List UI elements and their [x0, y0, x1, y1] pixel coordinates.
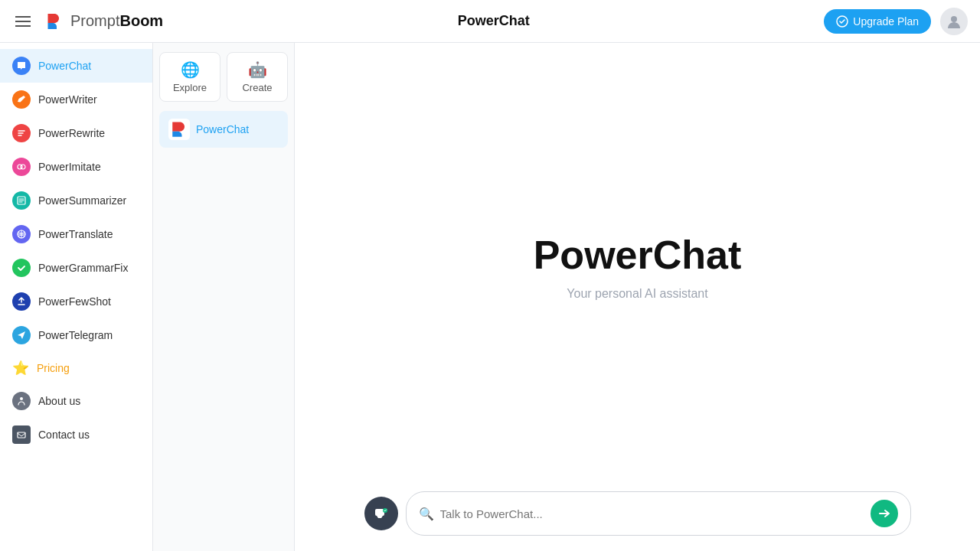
explore-tab-icon: 🌐	[181, 60, 200, 79]
svg-point-4	[21, 165, 25, 169]
header-left: PromptBoom	[12, 9, 163, 34]
sidebar-item-powerimitate[interactable]: PowerImitate	[0, 150, 152, 184]
sidebar-label-powerchat: PowerChat	[38, 60, 91, 72]
sidebar-label-aboutus: About us	[38, 395, 80, 407]
chat-input-bar: 🔍	[295, 491, 980, 536]
sidebar-label-pricing: Pricing	[37, 362, 70, 374]
powersummarizer-icon	[12, 191, 31, 210]
upgrade-plan-button[interactable]: Upgrade Plan	[824, 9, 931, 34]
sidebar-label-powerfewshot: PowerFewShot	[38, 295, 111, 308]
content-area: PowerChat Your personal AI assistant 🔍	[295, 43, 980, 551]
chat-mode-button[interactable]	[364, 497, 398, 530]
chat-input[interactable]	[440, 507, 864, 520]
svg-rect-8	[18, 432, 25, 438]
powertelegram-icon	[12, 326, 31, 344]
sidebar-label-powerimitate: PowerImitate	[38, 161, 101, 173]
sidebar-label-contactus: Contact us	[38, 429, 90, 441]
sidebar-label-powertranslate: PowerTranslate	[38, 228, 113, 240]
sidebar-item-powerchat[interactable]: PowerChat	[0, 49, 152, 83]
sidebar-label-powersummarizer: PowerSummarizer	[38, 194, 126, 207]
sidebar-item-powerwriter[interactable]: PowerWriter	[0, 83, 152, 116]
sidebar-item-powerrewrite[interactable]: PowerRewrite	[0, 116, 152, 150]
header-right: Upgrade Plan	[824, 8, 968, 35]
send-button[interactable]	[871, 500, 898, 527]
panel-tabs: 🌐 Explore 🤖 Create	[159, 52, 288, 102]
logo-text: PromptBoom	[70, 12, 163, 30]
sidebar-item-contactus[interactable]: Contact us	[0, 418, 152, 452]
create-tab-icon: 🤖	[248, 60, 267, 79]
contactus-icon	[12, 425, 31, 444]
explore-tab[interactable]: 🌐 Explore	[159, 52, 220, 102]
content-subtitle: Your personal AI assistant	[567, 287, 707, 301]
promptboom-logo-icon	[41, 9, 66, 34]
sidebar-item-aboutus[interactable]: About us	[0, 384, 152, 418]
send-icon	[878, 507, 890, 520]
logo[interactable]: PromptBoom	[41, 9, 163, 34]
sidebar-item-powerfewshot[interactable]: PowerFewShot	[0, 285, 152, 318]
header: PromptBoom PowerChat Upgrade Plan	[0, 0, 980, 43]
aboutus-icon	[12, 392, 31, 410]
search-icon: 🔍	[419, 507, 434, 521]
powerimitate-icon	[12, 158, 31, 176]
powertranslate-icon	[12, 225, 31, 243]
explore-tab-label: Explore	[173, 82, 207, 93]
sidebar-item-powertranslate[interactable]: PowerTranslate	[0, 217, 152, 251]
create-tab-label: Create	[242, 82, 272, 93]
powergrammarfix-icon	[12, 259, 31, 277]
svg-point-2	[951, 16, 957, 22]
chat-input-wrapper: 🔍	[406, 491, 911, 536]
main-layout: PowerChat PowerWriter PowerRewrite Power…	[0, 43, 980, 551]
chat-mode-icon	[374, 506, 389, 521]
panel-powerchat-icon	[168, 119, 190, 140]
sidebar: PowerChat PowerWriter PowerRewrite Power…	[0, 43, 153, 551]
user-icon	[946, 13, 962, 30]
content-title: PowerChat	[534, 232, 742, 278]
content-center: PowerChat Your personal AI assistant	[534, 43, 742, 551]
pricing-icon: ⭐	[12, 360, 29, 377]
sidebar-item-powersummarizer[interactable]: PowerSummarizer	[0, 184, 152, 217]
sidebar-label-powertelegram: PowerTelegram	[38, 329, 113, 341]
powerwriter-icon	[12, 90, 31, 109]
hamburger-menu-button[interactable]	[12, 13, 34, 30]
powerrewrite-icon	[12, 124, 31, 142]
sidebar-label-powerrewrite: PowerRewrite	[38, 127, 105, 139]
sidebar-item-powertelegram[interactable]: PowerTelegram	[0, 318, 152, 352]
panel-powerchat-item[interactable]: PowerChat	[159, 111, 288, 148]
sidebar-label-powerwriter: PowerWriter	[38, 93, 97, 106]
header-title: PowerChat	[458, 13, 530, 29]
powerchat-icon	[12, 57, 31, 75]
powerfewshot-icon	[12, 292, 31, 311]
sidebar-item-pricing[interactable]: ⭐ Pricing	[0, 352, 152, 384]
upgrade-icon	[836, 15, 848, 28]
svg-point-7	[20, 397, 23, 400]
create-tab[interactable]: 🤖 Create	[227, 52, 288, 102]
sidebar-item-powergrammarfix[interactable]: PowerGrammarFix	[0, 251, 152, 285]
sidebar-label-powergrammarfix: PowerGrammarFix	[38, 262, 128, 274]
user-avatar[interactable]	[940, 8, 968, 35]
panel-powerchat-label: PowerChat	[196, 123, 249, 135]
secondary-panel: 🌐 Explore 🤖 Create PowerChat	[153, 43, 295, 551]
